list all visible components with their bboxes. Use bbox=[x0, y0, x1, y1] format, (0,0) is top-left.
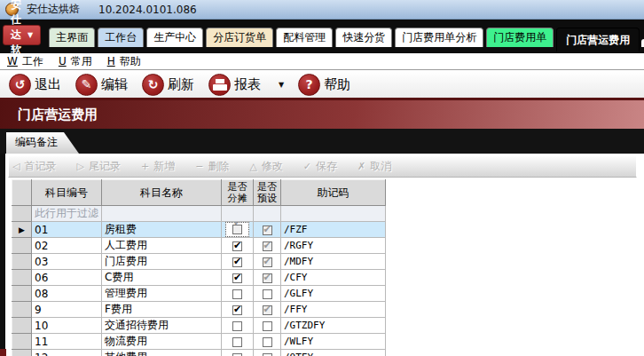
save-button[interactable]: ✓保存 bbox=[303, 159, 337, 174]
preset-checkbox-box[interactable] bbox=[263, 321, 272, 331]
preset-checkbox-box[interactable] bbox=[263, 353, 272, 356]
preset-checkbox[interactable] bbox=[254, 270, 281, 286]
filter-cell-mnemonic[interactable] bbox=[281, 206, 386, 222]
preset-checkbox-box[interactable] bbox=[263, 257, 272, 267]
main-tab-3[interactable]: 生产中心 bbox=[146, 28, 203, 47]
cell-name[interactable]: C费用 bbox=[102, 270, 222, 286]
filter-cell-preset[interactable] bbox=[254, 206, 281, 222]
share-checkbox[interactable] bbox=[222, 254, 254, 270]
help-button[interactable]: ?帮助 bbox=[298, 74, 350, 96]
cell-name[interactable]: 其他费用 bbox=[102, 350, 222, 356]
row-indicator-cell[interactable] bbox=[12, 318, 32, 334]
main-tab-5[interactable]: 配料管理 bbox=[276, 28, 333, 47]
cell-name[interactable]: 房租费 bbox=[102, 222, 222, 238]
report-dropdown-arrow[interactable]: ▼ bbox=[279, 81, 284, 89]
share-checkbox[interactable] bbox=[222, 222, 254, 238]
last-record-button[interactable]: ▷尾记录 bbox=[76, 159, 120, 174]
column-header-3[interactable]: 是否 分摊 bbox=[222, 180, 254, 206]
share-checkbox[interactable] bbox=[222, 270, 254, 286]
share-checkbox[interactable] bbox=[222, 334, 254, 350]
vendor-menu-button[interactable]: 安仕达软件 ▼ bbox=[3, 25, 41, 45]
row-indicator-cell[interactable] bbox=[12, 286, 32, 302]
preset-checkbox[interactable] bbox=[254, 318, 281, 334]
preset-checkbox-box[interactable] bbox=[263, 289, 272, 299]
preset-checkbox[interactable] bbox=[254, 334, 281, 350]
cell-name[interactable]: 管理费用 bbox=[102, 286, 222, 302]
share-checkbox-box[interactable] bbox=[232, 353, 242, 356]
preset-checkbox[interactable] bbox=[254, 350, 281, 356]
share-checkbox[interactable] bbox=[222, 302, 254, 318]
cell-code[interactable]: 12 bbox=[32, 350, 102, 356]
filter-cell-code[interactable]: 此行用于过滤 bbox=[32, 206, 102, 222]
row-indicator-cell[interactable] bbox=[12, 334, 32, 350]
preset-checkbox[interactable] bbox=[254, 302, 281, 318]
cell-mnemonic[interactable]: /GLFY bbox=[281, 286, 386, 302]
add-button[interactable]: +新增 bbox=[141, 159, 175, 174]
share-checkbox-box[interactable] bbox=[232, 257, 242, 267]
share-checkbox-box[interactable] bbox=[232, 241, 242, 251]
row-indicator-cell[interactable] bbox=[12, 238, 32, 254]
first-record-button[interactable]: ◁首记录 bbox=[12, 159, 56, 174]
share-checkbox[interactable] bbox=[222, 350, 254, 356]
cell-code[interactable]: 03 bbox=[32, 254, 102, 270]
share-checkbox[interactable] bbox=[222, 318, 254, 334]
cell-mnemonic[interactable]: /FFY bbox=[281, 302, 386, 318]
row-indicator-cell[interactable] bbox=[12, 350, 32, 356]
column-header-4[interactable]: 是否 预设 bbox=[254, 180, 281, 206]
share-checkbox-box[interactable] bbox=[232, 225, 242, 234]
main-tab-6[interactable]: 快速分货 bbox=[335, 28, 392, 47]
column-header-5[interactable]: 助记码 bbox=[281, 180, 386, 206]
share-checkbox-box[interactable] bbox=[232, 321, 242, 331]
report-button[interactable]: 报表 bbox=[208, 74, 261, 96]
cell-name[interactable]: F费用 bbox=[102, 302, 222, 318]
cell-name[interactable]: 人工费用 bbox=[102, 238, 222, 254]
preset-checkbox-box[interactable] bbox=[263, 241, 272, 251]
refresh-button[interactable]: ↻刷新 bbox=[142, 74, 194, 96]
menu-item-3[interactable]: H帮助 bbox=[107, 54, 141, 69]
preset-checkbox-box[interactable] bbox=[263, 305, 272, 315]
cell-code[interactable]: 06 bbox=[32, 270, 102, 286]
cell-mnemonic[interactable]: /RGFY bbox=[281, 238, 386, 254]
preset-checkbox-box[interactable] bbox=[263, 337, 272, 347]
share-checkbox-box[interactable] bbox=[232, 273, 242, 283]
preset-checkbox[interactable] bbox=[254, 286, 281, 302]
row-indicator-cell[interactable] bbox=[12, 302, 32, 318]
row-indicator-cell[interactable] bbox=[12, 270, 32, 286]
preset-checkbox[interactable] bbox=[254, 238, 281, 254]
cell-code[interactable]: 08 bbox=[32, 286, 102, 302]
main-tab-9[interactable]: 门店营运费用 bbox=[556, 28, 640, 51]
cell-name[interactable]: 门店费用 bbox=[102, 254, 222, 270]
cell-mnemonic[interactable]: /GTZDFY bbox=[281, 318, 386, 334]
row-indicator-cell[interactable]: ▶ bbox=[12, 222, 32, 238]
preset-checkbox[interactable] bbox=[254, 222, 281, 238]
cell-code[interactable]: 01 bbox=[32, 222, 102, 238]
preset-checkbox-box[interactable] bbox=[263, 225, 272, 235]
filter-cell-name[interactable] bbox=[102, 206, 222, 222]
share-checkbox[interactable] bbox=[222, 286, 254, 302]
cancel-button[interactable]: ✗取消 bbox=[357, 159, 391, 174]
menu-item-2[interactable]: U常用 bbox=[59, 54, 92, 69]
modify-button[interactable]: △修改 bbox=[249, 159, 282, 174]
cell-mnemonic[interactable]: /FZF bbox=[281, 222, 386, 238]
cell-mnemonic[interactable]: /QTFY bbox=[281, 350, 386, 356]
main-tab-4[interactable]: 分店订货单 bbox=[206, 28, 273, 47]
share-checkbox-box[interactable] bbox=[232, 305, 242, 315]
preset-checkbox-box[interactable] bbox=[263, 273, 272, 283]
exit-button[interactable]: ↺退出 bbox=[9, 74, 61, 96]
preset-checkbox[interactable] bbox=[254, 254, 281, 270]
cell-mnemonic[interactable]: /MDFY bbox=[281, 254, 386, 270]
column-header-2[interactable]: 科目名称 bbox=[102, 180, 222, 206]
edit-button[interactable]: ✎编辑 bbox=[75, 74, 128, 96]
tab-code-remarks[interactable]: 编码备注 bbox=[6, 132, 79, 154]
main-tab-8[interactable]: 门店费用单 bbox=[486, 28, 554, 47]
cell-mnemonic[interactable]: /CFY bbox=[281, 270, 386, 286]
share-checkbox-box[interactable] bbox=[232, 337, 242, 347]
cell-code[interactable]: 11 bbox=[32, 334, 102, 350]
share-checkbox-box[interactable] bbox=[232, 289, 242, 299]
cell-mnemonic[interactable]: /WLFY bbox=[281, 334, 386, 350]
main-tab-7[interactable]: 门店费用单分析 bbox=[395, 28, 483, 47]
menu-item-1[interactable]: W工作 bbox=[7, 54, 43, 69]
cell-name[interactable]: 交通招待费用 bbox=[102, 318, 222, 334]
cell-code[interactable]: 10 bbox=[32, 318, 102, 334]
cell-code[interactable]: 9 bbox=[32, 302, 102, 318]
